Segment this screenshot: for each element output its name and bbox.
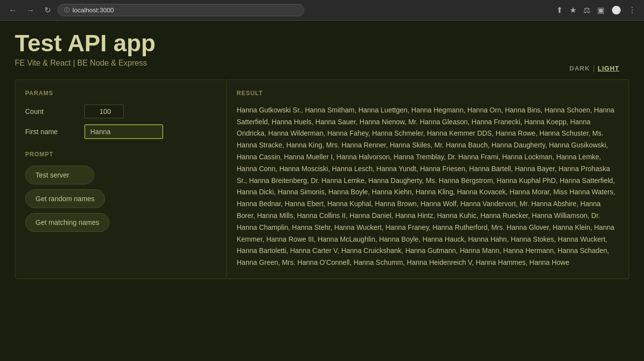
app-title: Test API app [15,31,629,57]
split-view-button[interactable]: ▣ [595,3,607,17]
count-input[interactable] [84,105,124,118]
buttons-group: Test server Get random names Get matchin… [25,166,216,232]
dark-theme-button[interactable]: DARK [570,65,590,72]
address-bar[interactable]: ⓘ localhost:3000 [58,4,304,16]
result-text: Hanna Gutkowski Sr., Hanna Smitham, Hann… [237,105,619,269]
extensions-button[interactable]: ⚖ [581,3,592,17]
prompt-section: PROMPT Test server Get random names Get … [25,151,216,232]
params-section-label: PARAMS [25,90,216,97]
count-label: Count [25,108,84,115]
first-name-label: First name [25,128,84,136]
browser-actions: ⬆ ★ ⚖ ▣ ⚪ ⋮ [554,3,638,17]
left-panel: PARAMS Count First name PROMPT Test serv… [15,79,227,279]
theme-divider: | [593,64,595,72]
prompt-section-label: PROMPT [25,151,216,158]
theme-toggle: DARK | LIGHT [570,64,619,72]
share-button[interactable]: ⬆ [554,3,565,17]
main-layout: PARAMS Count First name PROMPT Test serv… [15,79,629,279]
first-name-input[interactable] [84,124,163,139]
count-row: Count [25,105,216,118]
get-random-names-button[interactable]: Get random names [25,189,105,208]
result-section-label: RESULT [237,90,619,97]
browser-chrome: ← → ↻ ⓘ localhost:3000 ⬆ ★ ⚖ ▣ ⚪ ⋮ [0,0,644,21]
params-section: PARAMS Count First name [25,90,216,139]
header-area: Test API app FE Vite & React | BE Node &… [15,31,629,68]
url-text: localhost:3000 [72,6,114,14]
reload-button[interactable]: ↻ [41,3,54,17]
get-matching-names-button[interactable]: Get matching names [25,213,109,232]
light-theme-button[interactable]: LIGHT [598,65,619,72]
first-name-row: First name [25,124,216,139]
forward-button[interactable]: → [24,4,37,17]
right-panel: RESULT Hanna Gutkowski Sr., Hanna Smitha… [227,79,629,279]
bookmark-button[interactable]: ★ [568,3,578,17]
profile-button[interactable]: ⚪ [609,3,623,17]
test-server-button[interactable]: Test server [25,166,94,184]
back-button[interactable]: ← [6,4,20,17]
app-container: Test API app FE Vite & React | BE Node &… [0,21,644,289]
lock-icon: ⓘ [64,6,70,14]
app-subtitle: FE Vite & React | BE Node & Express [15,59,629,68]
menu-button[interactable]: ⋮ [626,3,638,17]
